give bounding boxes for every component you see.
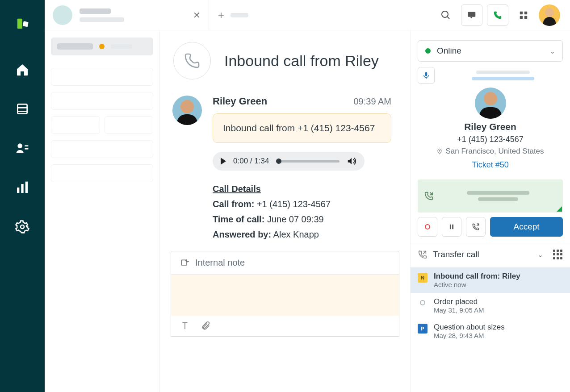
close-icon[interactable]: ✕ [193,10,201,21]
message-time: 09:39 AM [353,96,391,107]
svg-rect-18 [524,16,527,18]
list-item[interactable] [105,116,154,134]
placeholder [80,8,111,14]
play-icon [221,158,226,165]
nav-customers[interactable] [15,141,29,157]
svg-point-11 [21,225,24,229]
hold-button[interactable] [442,217,461,237]
profile-avatar[interactable] [539,4,560,26]
incoming-call-box [418,179,563,213]
mic-button[interactable] [418,67,435,84]
composer: Internal note [171,251,399,337]
svg-point-21 [439,150,440,151]
svg-rect-10 [25,182,28,193]
composer-mode-label: Internal note [195,258,245,268]
app-logo [15,8,29,39]
placeholder [57,43,93,50]
status-badge: N [418,273,428,283]
placeholder [467,191,529,195]
list-item[interactable] [51,140,153,158]
svg-rect-1 [23,21,29,27]
svg-rect-9 [21,184,23,193]
audio-time: 0:00 / 1:34 [233,157,269,166]
status-badge: P [418,324,428,334]
ticket-link[interactable]: Ticket #50 [472,160,508,170]
composer-body[interactable] [171,275,399,316]
nav-views[interactable] [15,102,29,118]
ticket-list [45,30,160,392]
resize-handle[interactable] [557,206,562,212]
svg-rect-8 [17,188,19,193]
svg-rect-0 [17,19,22,29]
placeholder [111,44,132,49]
apps-button[interactable] [513,4,534,26]
placeholder [80,17,124,22]
talk-button[interactable] [487,4,508,26]
svg-point-12 [442,11,448,17]
interaction-timeline: N Inbound call from: RileyActive now Ord… [411,266,570,346]
dialpad-icon[interactable] [553,250,563,259]
placeholder [476,71,530,74]
caller-name: Riley Green [464,121,516,132]
status-dot [99,44,105,49]
list-item[interactable] [51,164,153,182]
svg-rect-20 [425,72,428,76]
volume-icon [347,156,356,166]
conversation-title: Inbound call from Riley [224,52,379,70]
chat-button[interactable] [461,4,482,26]
nav-home[interactable] [15,63,29,79]
transfer-out-button[interactable] [466,217,486,237]
chevron-down-icon: ⌄ [549,47,555,55]
note-icon [180,259,189,267]
record-button[interactable] [418,217,437,237]
accept-button[interactable]: Accept [490,217,563,237]
timeline-item[interactable]: Order placedMay 31, 9:05 AM [411,293,570,318]
agent-status-dropdown[interactable]: Online ⌄ [418,40,563,62]
ticket-list-selected[interactable] [51,38,153,55]
nav-admin[interactable] [15,220,29,236]
chevron-down-icon: ⌄ [537,250,543,259]
timeline-item[interactable]: N Inbound call from: RileyActive now [411,267,570,293]
placeholder [478,197,518,201]
text-format-icon[interactable] [180,321,190,331]
placeholder [472,77,534,80]
transfer-call-label: Transfer call [433,250,479,259]
list-item[interactable] [51,68,153,86]
top-bar: ✕ + [45,0,570,30]
call-panel: Online ⌄ Riley Green +1 (415) 123-4567 [410,30,570,392]
nav-reports[interactable] [15,180,29,196]
timeline-item[interactable]: P Question about sizesMay 28, 9:43 AM [411,318,570,344]
transfer-call-dropdown[interactable]: Transfer call ⌄ [411,243,570,266]
list-item[interactable] [51,116,100,134]
caller-location: San Francisco, United States [436,147,544,156]
conversation-panel: Inbound call from Riley Riley Green 09:3… [160,30,410,392]
audio-player[interactable]: 0:00 / 1:34 [213,152,365,171]
incoming-call-icon [424,191,434,201]
svg-point-5 [17,143,22,148]
nav-rail [0,0,45,392]
list-item[interactable] [51,92,153,110]
svg-rect-23 [452,225,453,229]
call-details: Call Details Call from: +1 (415) 123-456… [213,181,399,242]
svg-rect-2 [17,104,27,113]
plus-icon: + [218,9,224,21]
svg-rect-16 [524,11,527,14]
phone-icon [173,42,211,79]
online-dot [425,48,431,54]
sender-name: Riley Green [213,96,267,107]
workspace-tab[interactable]: ✕ [45,0,209,30]
composer-mode[interactable]: Internal note [171,251,399,275]
caller-avatar [475,88,506,119]
new-tab[interactable]: + [209,9,257,21]
location-icon [436,148,443,154]
tab-avatar [53,5,72,25]
search-button[interactable] [435,4,457,26]
audio-track[interactable] [276,160,339,163]
svg-rect-15 [520,11,523,14]
placeholder [231,13,248,17]
call-bubble: Inbound call from +1 (415) 123-4567 [213,113,391,143]
attachment-icon[interactable] [201,321,210,331]
svg-rect-17 [520,16,523,18]
svg-rect-22 [450,225,451,229]
timeline-dot [420,300,425,305]
